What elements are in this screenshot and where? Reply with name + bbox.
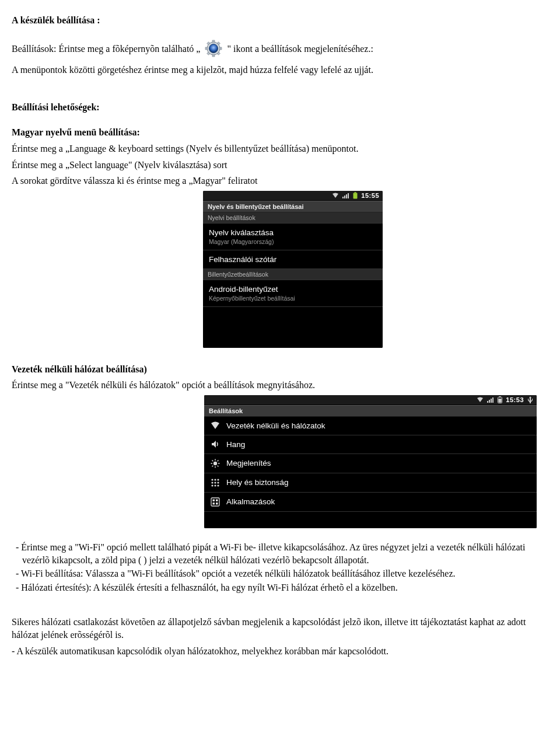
svg-rect-41 [211, 498, 219, 506]
battery-icon [498, 396, 502, 403]
svg-rect-45 [216, 503, 218, 505]
section-keyboard-settings: Billentyűzetbeállítások [203, 269, 383, 280]
row-label: Hang [226, 440, 245, 449]
lang-step-1: Érintse meg a „Language & keyboard setti… [12, 142, 548, 155]
svg-line-29 [218, 466, 219, 467]
svg-point-37 [217, 482, 219, 483]
row-sound[interactable]: Hang [204, 435, 537, 454]
scroll-instructions: A menüpontok közötti görgetéshez érintse… [12, 64, 548, 76]
svg-rect-13 [348, 193, 349, 198]
row-sublabel: Képernyőbillentyűzet beállításai [209, 295, 295, 302]
wifi-bullet-3: - Hálózati értesítés): A készülék értesí… [12, 581, 548, 594]
svg-point-34 [217, 479, 219, 480]
empty-area [203, 307, 383, 348]
row-select-language[interactable]: Nyelv kiválasztása Magyar (Magyarország) [203, 224, 383, 250]
svg-point-23 [214, 462, 217, 465]
usb-icon [527, 396, 533, 403]
intro-text-post: " ikont a beállítások megjelenítéséhez.: [227, 44, 373, 54]
grid-icon [210, 478, 220, 487]
svg-point-32 [211, 479, 213, 480]
svg-rect-14 [355, 192, 356, 193]
apps-icon [210, 497, 220, 507]
wifi-bullet-1: - Érintse meg a "Wi-Fi" opció mellett ta… [12, 541, 548, 566]
row-location-security[interactable]: Hely és biztonság [204, 473, 537, 493]
wifi-icon [332, 193, 339, 198]
row-label: Nyelv kiválasztása [209, 228, 274, 237]
wifi-icon [210, 421, 220, 430]
heading-options: Beállítási lehetőségek: [12, 101, 548, 114]
section-lang-settings: Nyelvi beállítások [203, 212, 383, 224]
svg-rect-10 [342, 197, 344, 198]
svg-rect-18 [491, 399, 492, 403]
phone-screenshot-settings: 15:53 Beállítások Vezeték nélküli és hál… [204, 395, 537, 528]
heading-device-setup: A készülék beállítása : [12, 14, 548, 27]
settings-gear-icon [205, 40, 222, 61]
svg-rect-15 [354, 193, 358, 198]
phone-screenshot-language: 15:55 Nyelv és billentyűzet beállításai … [203, 191, 383, 348]
svg-line-30 [212, 466, 214, 467]
svg-rect-11 [344, 196, 345, 198]
svg-rect-44 [213, 503, 215, 505]
svg-rect-17 [489, 400, 490, 403]
heading-wireless: Vezeték nélküli hálózat beállítása) [12, 363, 548, 376]
intro-text-pre: Beállítások: Érintse meg a fõképernyõn t… [12, 44, 200, 54]
row-user-dictionary[interactable]: Felhasználói szótár [203, 250, 383, 269]
svg-rect-42 [213, 499, 215, 501]
svg-point-36 [214, 482, 216, 483]
svg-point-38 [211, 484, 213, 486]
svg-line-28 [212, 460, 214, 461]
svg-point-40 [217, 484, 219, 486]
status-bar: 15:53 [204, 395, 537, 405]
wireless-step-1: Érintse meg a "Vezeték nélküli és hálóza… [12, 379, 548, 392]
svg-point-9 [209, 44, 218, 53]
svg-rect-43 [216, 499, 218, 501]
svg-rect-12 [346, 194, 347, 198]
svg-rect-16 [487, 401, 488, 403]
heading-language: Magyar nyelvű menü beállítása: [12, 126, 548, 139]
brightness-icon [210, 459, 220, 468]
row-applications[interactable]: Alkalmazások [204, 493, 537, 512]
wifi-bullet-2: - Wi-Fi beállítása: Válassza a "Wi-Fi be… [12, 567, 548, 580]
clock: 15:55 [361, 192, 379, 199]
clock: 15:53 [506, 396, 524, 403]
svg-point-35 [211, 482, 213, 483]
row-android-keyboard[interactable]: Android-billentyűzet Képernyőbillentyűze… [203, 280, 383, 307]
intro-paragraph: Beállítások: Érintse meg a fõképernyõn t… [12, 40, 548, 61]
status-bar: 15:55 [203, 191, 383, 201]
battery-icon [353, 192, 358, 199]
row-wireless-networks[interactable]: Vezeték nélküli és hálózatok [204, 417, 537, 435]
row-label: Megjelenítés [226, 459, 271, 468]
row-label: Alkalmazások [226, 497, 275, 506]
signal-icon [342, 193, 349, 198]
auto-connect-note: - A készülék automatikusan kapcsolódik o… [12, 645, 548, 658]
screen-title: Nyelv és billentyűzet beállításai [203, 201, 383, 212]
row-label: Android-billentyűzet [209, 285, 295, 294]
speaker-icon [210, 440, 220, 448]
lang-step-2: Érintse meg a „Select language" (Nyelv k… [12, 159, 548, 172]
svg-line-31 [218, 460, 219, 461]
row-sublabel: Magyar (Magyarország) [209, 238, 274, 245]
wifi-icon [477, 397, 484, 403]
row-label: Vezeték nélküli és hálózatok [226, 421, 326, 430]
screen-title: Beállítások [204, 405, 537, 417]
svg-rect-19 [492, 397, 494, 403]
row-label: Hely és biztonság [226, 478, 289, 487]
empty-area [204, 512, 537, 528]
svg-point-33 [214, 479, 216, 480]
signal-icon [487, 397, 494, 403]
success-paragraph: Sikeres hálózati csatlakozást követõen a… [12, 616, 548, 641]
row-display[interactable]: Megjelenítés [204, 454, 537, 473]
row-label: Felhasználói szótár [209, 255, 276, 264]
svg-rect-22 [499, 399, 502, 403]
svg-point-39 [214, 484, 216, 486]
lang-step-3: A sorokat gördítve válassza ki és érints… [12, 175, 548, 187]
